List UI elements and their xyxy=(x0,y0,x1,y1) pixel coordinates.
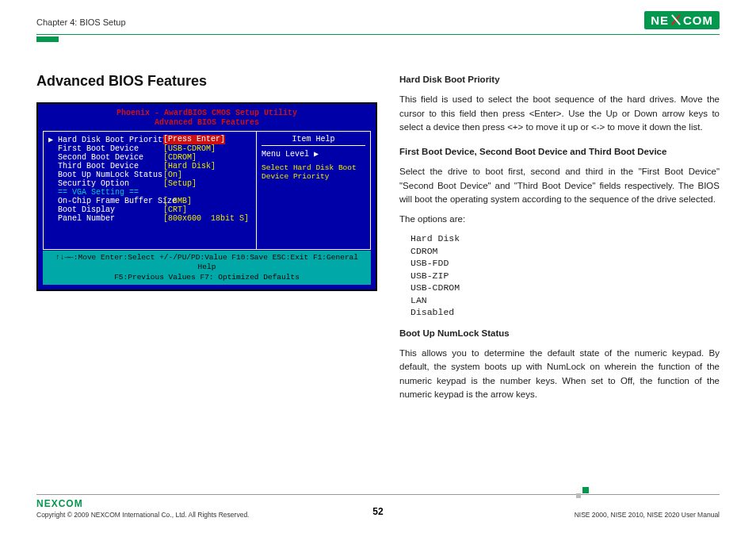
bios-footer: ↑↓→←:Move Enter:Select +/-/PU/PD:Value F… xyxy=(43,251,371,285)
bios-row: On-Chip Frame Buffer Size[ 8MB] xyxy=(48,197,251,205)
footer-corner-icon xyxy=(575,501,589,511)
section-1-body: This field is used to select the boot se… xyxy=(399,93,720,134)
bios-title-1: Phoenix - AwardBIOS CMOS Setup Utility xyxy=(38,109,376,118)
bios-row: Boot Display[CRT] xyxy=(48,205,251,214)
bios-row: == VGA Setting == xyxy=(48,188,251,197)
bios-help-pane: Item Help Menu Level ▶ Select Hard Disk … xyxy=(256,131,371,250)
bios-row: Panel Number[800x600 18bit S] xyxy=(48,214,251,223)
bios-screenshot: Phoenix - AwardBIOS CMOS Setup Utility A… xyxy=(36,102,377,291)
bios-row: First Boot Device[USB-CDROM] xyxy=(48,144,251,153)
section-2-body: Select the drive to boot first, second a… xyxy=(399,165,720,206)
section-1-head: Hard Disk Boot Priority xyxy=(399,73,720,86)
bios-left-pane: ▶ Hard Disk Boot Priority[Press Enter] F… xyxy=(43,131,256,250)
accent-bar xyxy=(36,36,59,42)
logo-top: NE COM xyxy=(644,10,720,29)
logo-text-2: COM xyxy=(683,13,713,27)
section-2-head: First Boot Device, Second Boot Device an… xyxy=(399,145,720,159)
section-3-body: This allows you to determine the default… xyxy=(399,347,720,401)
option-item: CDROM xyxy=(410,245,720,258)
bios-row: Boot Up NumLock Status[On] xyxy=(48,171,251,179)
options-intro: The options are: xyxy=(399,213,720,226)
footer-logo: NEXCOM xyxy=(36,498,249,509)
logo-x-icon xyxy=(670,14,682,25)
bios-footer-line1: ↑↓→←:Move Enter:Select +/-/PU/PD:Value F… xyxy=(44,253,369,273)
bios-row: ▶ Hard Disk Boot Priority[Press Enter] xyxy=(48,135,251,144)
copyright: Copyright © 2009 NEXCOM International Co… xyxy=(36,511,249,519)
bios-help-title: Item Help xyxy=(262,135,365,146)
bios-help-text: Select Hard Disk Boot Device Priority xyxy=(262,163,365,181)
logo-text-1: NE xyxy=(651,13,669,27)
manual-name: NISE 2000, NISE 2010, NISE 2020 User Man… xyxy=(575,511,720,519)
option-item: Hard Disk xyxy=(410,232,720,245)
chapter-title: Chapter 4: BIOS Setup xyxy=(36,17,126,27)
bios-footer-line2: F5:Previous Values F7: Optimized Default… xyxy=(44,273,369,282)
section-3-head: Boot Up NumLock Status xyxy=(399,327,720,340)
option-item: USB-CDROM xyxy=(410,282,720,294)
option-item: LAN xyxy=(410,294,720,307)
page-footer: NEXCOM Copyright © 2009 NEXCOM Internati… xyxy=(36,494,720,519)
option-item: USB-ZIP xyxy=(410,270,720,282)
page-number: 52 xyxy=(372,506,383,517)
bios-row: Security Option[Setup] xyxy=(48,179,251,188)
options-list: Hard DiskCDROMUSB-FDDUSB-ZIPUSB-CDROMLAN… xyxy=(410,232,720,319)
logo-box: NE COM xyxy=(644,11,720,29)
page-title: Advanced BIOS Features xyxy=(36,73,377,90)
bios-title-2: Advanced BIOS Features xyxy=(38,118,376,128)
bios-row: Third Boot Device[Hard Disk] xyxy=(48,162,251,171)
bios-menu-level: Menu Level ▶ xyxy=(262,149,365,159)
option-item: Disabled xyxy=(410,306,720,319)
bios-row: Second Boot Device[CDROM] xyxy=(48,153,251,162)
option-item: USB-FDD xyxy=(410,257,720,270)
